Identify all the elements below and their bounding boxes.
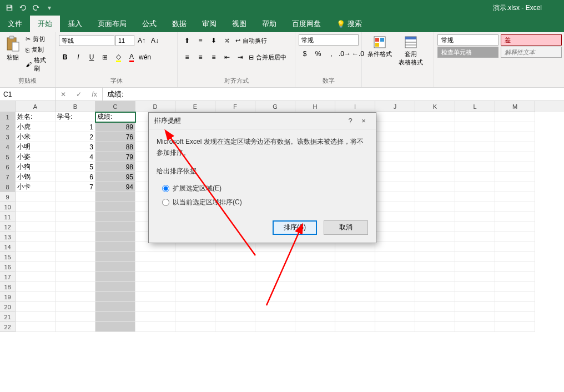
cell[interactable] [375,192,415,202]
cell[interactable] [455,142,495,152]
cell[interactable] [215,292,255,302]
tab-view[interactable]: 视图 [224,16,254,32]
cell[interactable] [375,162,415,172]
cell[interactable]: 76 [95,132,135,142]
cell[interactable] [375,132,415,142]
cell[interactable] [375,142,415,152]
cell[interactable] [455,162,495,172]
cell[interactable]: 1 [56,122,95,132]
cell[interactable] [135,302,175,312]
cell[interactable] [415,292,455,302]
row-header[interactable]: 9 [0,192,16,202]
cell[interactable] [415,112,455,122]
format-painter-button[interactable]: 🖌格式刷 [24,56,52,73]
cell[interactable] [56,302,95,312]
font-size-combo[interactable] [115,35,134,46]
row-header[interactable]: 16 [0,262,16,272]
cell[interactable] [135,322,175,332]
cell[interactable] [375,212,415,222]
cell[interactable] [95,312,135,322]
col-header-F[interactable]: F [215,101,255,112]
cell[interactable] [495,262,535,272]
cell[interactable] [415,232,455,242]
cell[interactable] [375,242,415,252]
cell[interactable] [455,202,495,212]
cell[interactable]: 4 [56,152,95,162]
cell[interactable] [375,312,415,322]
col-header-M[interactable]: M [495,101,535,112]
cell[interactable] [495,132,535,142]
tab-help[interactable]: 帮助 [254,16,284,32]
cell[interactable] [56,192,95,202]
cell[interactable] [175,292,215,302]
cell[interactable] [455,132,495,142]
cell[interactable] [135,292,175,302]
cell[interactable] [455,262,495,272]
cell[interactable] [255,252,295,262]
cell[interactable] [495,232,535,242]
cell[interactable] [375,262,415,272]
cell[interactable] [135,242,175,252]
format-as-table-button[interactable]: 套用 表格格式 [396,34,425,68]
cell[interactable] [455,242,495,252]
cell[interactable] [16,262,56,272]
cell[interactable] [215,252,255,262]
cell[interactable]: 95 [95,172,135,182]
cell[interactable] [95,282,135,292]
cell[interactable] [215,282,255,292]
cell[interactable] [495,142,535,152]
cell[interactable] [56,272,95,282]
col-header-H[interactable]: H [295,101,335,112]
cell[interactable] [455,222,495,232]
cell[interactable] [16,242,56,252]
style-explain[interactable]: 解释性文本 [501,47,562,58]
cell[interactable] [56,252,95,262]
cell[interactable] [135,252,175,262]
tab-formula[interactable]: 公式 [134,16,164,32]
tab-home[interactable]: 开始 [30,16,60,32]
merge-center-button[interactable]: ⊟合并后居中 [248,53,288,62]
cell[interactable]: 成绩: [95,112,135,122]
currency-icon[interactable]: $ [299,48,311,60]
cell[interactable] [375,182,415,192]
style-check[interactable]: 检查单元格 [437,47,498,58]
cell[interactable] [95,302,135,312]
cell[interactable] [335,322,375,332]
cell[interactable] [455,112,495,122]
row-header[interactable]: 5 [0,152,16,162]
align-left-icon[interactable]: ≡ [181,51,193,63]
cell[interactable] [16,292,56,302]
cell[interactable] [295,242,335,252]
cell[interactable] [16,302,56,312]
cell[interactable] [16,202,56,212]
row-header[interactable]: 2 [0,122,16,132]
copy-button[interactable]: ⎘复制 [24,45,52,54]
cell[interactable] [95,272,135,282]
cell[interactable] [135,262,175,272]
cell[interactable] [255,322,295,332]
cell[interactable] [175,302,215,312]
style-normal[interactable]: 常规 [437,34,498,46]
cell[interactable] [495,212,535,222]
cell[interactable] [255,312,295,322]
cell[interactable] [495,162,535,172]
cell[interactable] [95,292,135,302]
orientation-icon[interactable]: ⤭ [221,34,233,47]
cell[interactable] [95,232,135,242]
cell[interactable] [215,322,255,332]
cell[interactable] [415,282,455,292]
row-header[interactable]: 3 [0,132,16,142]
cell[interactable] [415,212,455,222]
cell[interactable]: 2 [56,132,95,142]
increase-font-icon[interactable]: A↑ [135,34,148,47]
select-all-corner[interactable] [0,101,16,112]
cell[interactable] [255,242,295,252]
cell[interactable]: 姓名: [16,112,56,122]
row-header[interactable]: 7 [0,172,16,182]
cell[interactable] [295,292,335,302]
cell[interactable] [215,312,255,322]
row-header[interactable]: 18 [0,282,16,292]
cell[interactable] [16,232,56,242]
col-header-I[interactable]: I [335,101,375,112]
cell[interactable] [135,312,175,322]
